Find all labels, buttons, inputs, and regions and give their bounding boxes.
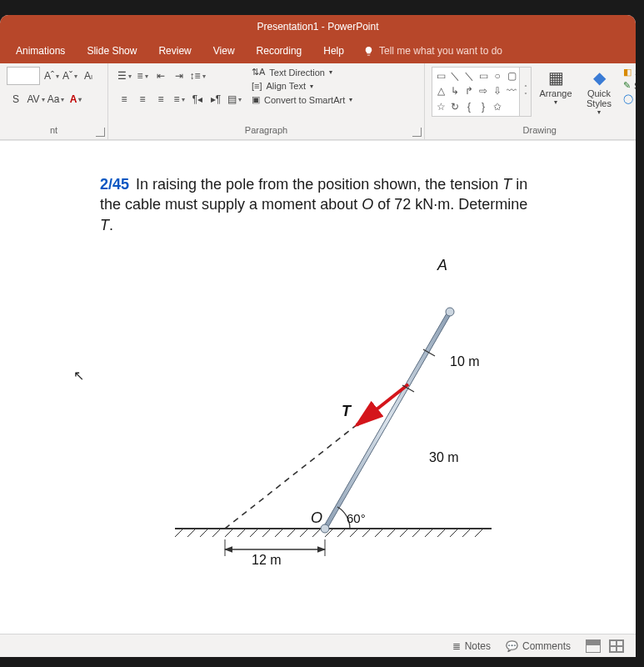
app-title: Presentation1 - PowerPoint [257, 21, 378, 33]
svg-line-17 [375, 529, 383, 537]
comments-icon: 💬 [506, 640, 518, 652]
svg-line-3 [200, 529, 208, 537]
numbering-button[interactable]: ≡ [133, 67, 152, 85]
problem-text: 2/45In raising the pole from the positio… [100, 174, 542, 235]
label-O: O [311, 509, 322, 526]
lightbulb-icon [363, 46, 374, 57]
notes-button[interactable]: ≣ Notes [452, 640, 491, 652]
shape-outline-button[interactable]: ✎ Sh [623, 80, 636, 91]
shape-rrect-icon: ▢ [506, 70, 517, 82]
arrange-icon: ▦ [548, 67, 564, 88]
rtl-button[interactable]: ▸¶ [207, 90, 225, 108]
bullets-button[interactable]: ☰ [115, 67, 133, 85]
ribbon-tabs: Animations Slide Show Review View Record… [0, 38, 636, 63]
group-paragraph-label: Paragraph [115, 123, 417, 138]
shape-line-icon: ＼ [449, 70, 461, 82]
font-picker[interactable] [7, 67, 40, 85]
text-direction-button[interactable]: ⇅A Text Direction ▾ [252, 67, 352, 78]
align-center-button[interactable]: ≡ [133, 90, 152, 108]
svg-line-21 [425, 529, 433, 537]
label-angle: 60° [347, 511, 366, 525]
svg-line-12 [312, 529, 321, 537]
title-bar: Presentation1 - PowerPoint [0, 15, 636, 38]
shape-star-icon: ☆ [435, 101, 447, 113]
svg-line-7 [250, 529, 258, 537]
svg-line-25 [475, 529, 483, 537]
comments-button[interactable]: 💬 Comments [506, 640, 571, 652]
sorter-view-button[interactable] [609, 639, 624, 653]
slide-area[interactable]: 2/45In raising the pole from the positio… [0, 140, 636, 634]
shape-brace2-icon: } [477, 101, 489, 113]
tab-recording[interactable]: Recording [246, 45, 313, 57]
svg-line-1 [175, 529, 183, 537]
convert-smartart-button[interactable]: ▣ Convert to SmartArt ▾ [252, 94, 352, 105]
shape-line2-icon: ＼ [463, 70, 475, 82]
strikethrough-button[interactable]: S [7, 90, 25, 108]
notes-icon: ≣ [452, 640, 461, 652]
shape-curve-icon: 〰 [506, 85, 517, 97]
shape-effects-button[interactable]: ◯ Sh [623, 93, 636, 104]
svg-line-2 [187, 529, 196, 537]
justify-button[interactable]: ≡ [170, 90, 188, 108]
svg-line-6 [237, 529, 246, 537]
fill-icon: ◧ [623, 67, 632, 78]
svg-line-8 [262, 529, 271, 537]
arrange-button[interactable]: ▦ Arrange ▾ [537, 67, 575, 106]
shape-callout-icon: ↻ [449, 101, 461, 113]
char-spacing-button[interactable]: AV [27, 90, 45, 108]
group-font: Aˆ Aˇ Aₗ S AV Aa A nt [0, 63, 108, 139]
tell-me-search[interactable]: Tell me what you want to do [363, 45, 502, 57]
clear-formatting-button[interactable]: Aₗ [79, 67, 97, 85]
ribbon-toolbar: Aˆ Aˇ Aₗ S AV Aa A nt [0, 63, 636, 140]
ltr-button[interactable]: ¶◂ [188, 90, 207, 108]
text-direction-icon: ⇅A [252, 67, 265, 78]
increase-font-button[interactable]: Aˆ [42, 67, 61, 85]
shape-fill-button[interactable]: ◧ Sh [623, 67, 636, 78]
label-10m: 10 m [450, 354, 480, 369]
align-left-button[interactable]: ≡ [115, 90, 133, 108]
change-case-button[interactable]: Aa [47, 90, 65, 108]
shape-lconn-icon: ↳ [449, 85, 461, 97]
tab-animations[interactable]: Animations [5, 45, 76, 57]
tab-view[interactable]: View [202, 45, 246, 57]
label-T: T [342, 403, 352, 419]
effects-icon: ◯ [623, 93, 633, 104]
tab-review[interactable]: Review [147, 45, 202, 57]
shapes-expand-button[interactable]: ˄˅ [519, 68, 531, 116]
normal-view-button[interactable] [586, 639, 601, 653]
columns-button[interactable]: ▤ [225, 90, 243, 108]
svg-line-30 [357, 384, 408, 425]
outline-icon: ✎ [623, 80, 631, 91]
label-A: A [437, 257, 447, 273]
svg-point-27 [446, 308, 454, 316]
shape-arrow-icon: ⇨ [477, 85, 489, 97]
svg-line-22 [437, 529, 446, 537]
quick-styles-icon: ◆ [593, 67, 606, 88]
group-paragraph: ☰ ≡ ⇤ ⇥ ↕≡ ≡ ≡ ≡ ≡ ¶◂ ▸¶ ▤ [108, 63, 425, 139]
group-drawing: ▭ ＼ ＼ ▭ ○ ▢ △ ↳ ↱ ⇨ ⇩ 〰 ☆ ↻ { } ✩ [425, 63, 636, 139]
shape-oval-icon: ○ [492, 70, 503, 82]
align-right-button[interactable]: ≡ [152, 90, 170, 108]
label-12m: 12 m [252, 553, 282, 567]
shape-triangle-icon: △ [435, 85, 447, 97]
shape-darrow-icon: ⇩ [492, 85, 503, 97]
svg-line-11 [300, 529, 308, 537]
tab-slideshow[interactable]: Slide Show [76, 45, 147, 57]
paragraph-group-expander[interactable] [412, 128, 422, 137]
font-group-expander[interactable] [96, 128, 105, 137]
shapes-gallery[interactable]: ▭ ＼ ＼ ▭ ○ ▢ △ ↳ ↱ ⇨ ⇩ 〰 ☆ ↻ { } ✩ [432, 67, 532, 117]
line-spacing-button[interactable]: ↕≡ [188, 67, 207, 85]
svg-line-19 [400, 529, 408, 537]
font-color-button[interactable]: A [67, 90, 85, 108]
quick-styles-button[interactable]: ◆ Quick Styles ▾ [580, 67, 618, 116]
decrease-indent-button[interactable]: ⇤ [152, 67, 170, 85]
svg-line-23 [450, 529, 458, 537]
increase-indent-button[interactable]: ⇥ [170, 67, 188, 85]
decrease-font-button[interactable]: Aˇ [61, 67, 79, 85]
tab-help[interactable]: Help [312, 45, 355, 57]
shape-textbox-icon: ▭ [435, 70, 447, 82]
svg-line-5 [225, 529, 233, 537]
group-font-label: nt [7, 123, 101, 138]
shape-elbow-icon: ↱ [463, 85, 475, 97]
align-text-button[interactable]: [≡] Align Text ▾ [252, 81, 352, 91]
